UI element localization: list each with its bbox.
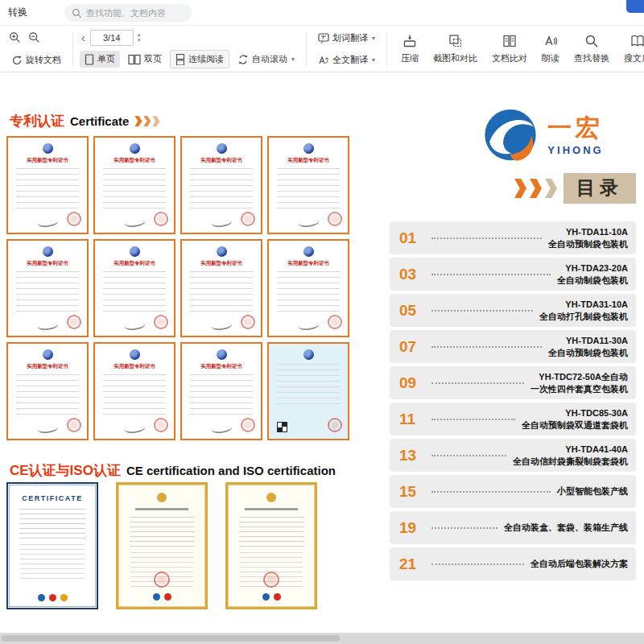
toc-desc: 全自动制袋包装机 [557, 275, 628, 286]
screenshot-compare-button[interactable]: 截图和对比 [426, 29, 485, 69]
certificate-text-lines [190, 374, 252, 419]
certificate-text-lines [20, 544, 84, 581]
zoom-in-button[interactable] [6, 30, 23, 44]
auto-scroll-label: 自动滚动 [252, 53, 287, 65]
zoom-out-button[interactable] [26, 30, 42, 44]
toc-leader-dots [431, 237, 542, 239]
certificate-title: 实用新型专利证书 [16, 259, 78, 266]
toc-item[interactable]: 07 YH-TDA11-30A全自动预制袋包装机 [390, 330, 636, 363]
previous-page-button[interactable]: ‹ [80, 32, 87, 43]
full-translate-label: 全文翻译 [332, 54, 368, 66]
toc-item[interactable]: 01 YH-TDA11-10A全自动预制袋包装机 [390, 221, 636, 254]
certificate-title: 实用新型专利证书 [103, 156, 165, 163]
toc-text: 小型智能包装产线 [557, 485, 628, 497]
double-page-button[interactable]: 双页 [123, 51, 167, 68]
toc-text: YH-TDA31-10A全自动打孔制袋包装机 [539, 299, 628, 322]
ce-certificate-title: CERTIFICATE [15, 494, 89, 502]
search-input[interactable] [86, 8, 184, 18]
rotate-icon [11, 55, 23, 66]
yihong-logo: 一宏 YIHONG [481, 107, 604, 165]
rotate-document-button[interactable]: 旋转文档 [6, 52, 66, 68]
toc-item[interactable]: 03 YH-TDA23-20A全自动制袋包装机 [390, 258, 636, 291]
search-icon [72, 8, 82, 19]
page-view-group: ‹ 3/14 ▲▼ 单页 双页 连续阅读 [80, 29, 299, 69]
page-indicator[interactable]: 3/14 [90, 30, 134, 46]
red-seal-icon [241, 212, 255, 226]
word-translate-button[interactable]: 划词翻译 ▾ [313, 30, 380, 47]
toc-desc: 一次性四件套真空包装机 [530, 383, 628, 394]
toc-number: 19 [399, 519, 425, 537]
page-step-buttons[interactable]: ▲▼ [137, 32, 142, 43]
toc-leader-dots [431, 564, 524, 565]
signature-mark [123, 217, 145, 229]
doc-compare-icon [502, 34, 517, 48]
double-page-label: 双页 [144, 53, 162, 65]
certificate-emblem-icon [217, 246, 227, 257]
red-seal-icon [241, 315, 255, 329]
certificate-emblem-icon [217, 349, 227, 360]
logo-name-en: YIHONG [547, 144, 604, 156]
single-page-button[interactable]: 单页 [80, 51, 120, 68]
toc-item[interactable]: 09 YH-TDC72-50A全自动一次性四件套真空包装机 [390, 366, 636, 399]
window-accent-button[interactable] [626, 0, 644, 13]
signature-mark [36, 320, 58, 332]
toc-item[interactable]: 21 全自动后端包装解决方案 [390, 547, 636, 580]
read-aloud-button[interactable]: 朗读 [535, 29, 567, 69]
certificate-emblem-icon [217, 143, 227, 154]
compress-label: 压缩 [401, 52, 419, 64]
accreditation-logos-icon [8, 594, 97, 601]
red-seal-icon [154, 418, 168, 432]
toc-item[interactable]: 19 全自动装盒、套袋、装箱生产线 [390, 511, 636, 544]
toc-text: YH-TDC72-50A全自动一次性四件套真空包装机 [530, 371, 628, 394]
toc-text: YH-TDA11-30A全自动预制袋包装机 [548, 335, 628, 358]
single-page-icon [85, 54, 94, 65]
toc-item[interactable]: 05 YH-TDA31-10A全自动打孔制袋包装机 [390, 294, 636, 327]
compress-icon [402, 34, 417, 48]
toc-text: YH-TDA23-20A全自动制袋包装机 [557, 262, 628, 286]
toc-desc: 全自动预制袋双通道套袋机 [522, 419, 628, 431]
translate-group: 划词翻译 ▾ 全文翻译 ▾ [313, 29, 380, 69]
toc-leader-dots [431, 527, 497, 529]
page-up-icon: ▲ [137, 32, 142, 38]
compress-button[interactable]: 压缩 [394, 29, 426, 69]
horizontal-scrollbar[interactable] [0, 633, 644, 644]
toc-number: 03 [399, 266, 425, 283]
search-library-button[interactable]: 搜文库 [617, 29, 644, 69]
find-replace-button[interactable]: 查找替换 [567, 29, 617, 69]
certificate-text-lines [16, 374, 78, 419]
search-box[interactable] [64, 4, 192, 22]
scrollbar-thumb[interactable] [2, 635, 340, 642]
continuous-read-button[interactable]: 连续阅读 [170, 50, 229, 68]
certificate-emblem-icon [130, 246, 140, 257]
patent-certificate: 实用新型专利证书 [93, 239, 175, 337]
toc-number: 01 [399, 229, 425, 247]
patent-certificate: 实用新型专利证书 [180, 136, 262, 234]
certificate-text-lines [103, 374, 165, 419]
certificate-title: 实用新型专利证书 [16, 156, 78, 163]
ce-section-heading: CE认证与ISO认证 CE certification and ISO cert… [10, 461, 336, 480]
auto-scroll-button[interactable]: 自动滚动 ▾ [233, 51, 299, 68]
toc-item[interactable]: 11 YH-TDC85-30A全自动预制袋双通道套袋机 [390, 402, 636, 436]
certificate-text-lines [239, 517, 304, 547]
toc-item[interactable]: 13 YH-TDA41-40A全自动信封袋撕裂制袋套袋机 [390, 439, 636, 472]
red-seal-icon [154, 572, 170, 588]
toc-model: YH-TDA11-30A [548, 335, 628, 346]
full-translate-button[interactable]: 全文翻译 ▾ [313, 52, 380, 68]
toc-text: YH-TDA11-10A全自动预制袋包装机 [548, 226, 628, 250]
patent-heading-en: Certificate [70, 114, 129, 128]
toc-leader-dots [431, 274, 551, 275]
certificate-title: 实用新型专利证书 [277, 259, 339, 266]
toc-desc: 全自动打孔制袋包装机 [539, 311, 628, 322]
full-translate-icon [318, 55, 329, 66]
certificate-emblem-icon [43, 143, 53, 154]
chevron-down-icon: ▾ [372, 35, 375, 42]
certificate-text-lines [103, 168, 165, 213]
toc-item[interactable]: 15 小型智能包装产线 [390, 475, 636, 508]
toc-text: 全自动后端包装解决方案 [530, 558, 628, 569]
doc-compare-button[interactable]: 文档比对 [485, 29, 535, 69]
toc-number: 11 [399, 411, 425, 428]
certificate-text-lines [277, 271, 339, 316]
convert-tab[interactable]: 转换 [8, 6, 27, 19]
certificate-text-lines [16, 168, 78, 213]
screenshot-compare-label: 截图和对比 [433, 52, 477, 64]
